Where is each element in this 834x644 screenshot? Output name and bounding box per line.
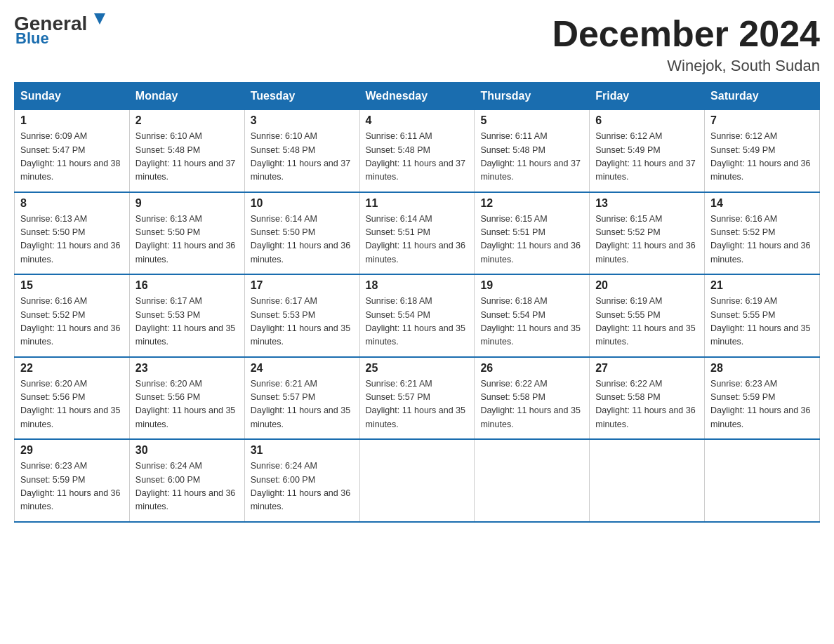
day-number: 31 — [251, 444, 354, 457]
day-info: Sunrise: 6:13 AM Sunset: 5:50 PM Dayligh… — [135, 213, 239, 267]
day-number: 4 — [366, 114, 469, 127]
calendar-table: Sunday Monday Tuesday Wednesday Thursday… — [14, 82, 820, 523]
table-row: 4 Sunrise: 6:11 AM Sunset: 5:48 PM Dayli… — [359, 110, 475, 192]
day-number: 10 — [251, 197, 354, 210]
table-row: 28 Sunrise: 6:23 AM Sunset: 5:59 PM Dayl… — [705, 357, 820, 440]
location: Winejok, South Sudan — [552, 57, 820, 75]
table-row: 10 Sunrise: 6:14 AM Sunset: 5:50 PM Dayl… — [244, 192, 359, 275]
table-row — [590, 439, 705, 522]
day-info: Sunrise: 6:16 AM Sunset: 5:52 PM Dayligh… — [710, 213, 814, 267]
logo-blue: Blue — [15, 29, 49, 47]
day-info: Sunrise: 6:10 AM Sunset: 5:48 PM Dayligh… — [135, 130, 239, 185]
day-number: 16 — [135, 279, 239, 292]
day-info: Sunrise: 6:10 AM Sunset: 5:48 PM Dayligh… — [251, 130, 354, 185]
month-title: December 2024 — [552, 14, 820, 54]
day-number: 28 — [710, 362, 814, 375]
col-monday: Monday — [129, 83, 244, 110]
table-row: 14 Sunrise: 6:16 AM Sunset: 5:52 PM Dayl… — [705, 192, 820, 275]
day-info: Sunrise: 6:21 AM Sunset: 5:57 PM Dayligh… — [366, 377, 469, 432]
table-row: 12 Sunrise: 6:15 AM Sunset: 5:51 PM Dayl… — [475, 192, 590, 275]
page-header: General Blue December 2024 Winejok, Sout… — [14, 14, 820, 75]
day-info: Sunrise: 6:19 AM Sunset: 5:55 PM Dayligh… — [595, 295, 699, 349]
col-saturday: Saturday — [705, 83, 820, 110]
table-row: 16 Sunrise: 6:17 AM Sunset: 5:53 PM Dayl… — [129, 274, 244, 357]
table-row: 9 Sunrise: 6:13 AM Sunset: 5:50 PM Dayli… — [129, 192, 244, 275]
day-info: Sunrise: 6:21 AM Sunset: 5:57 PM Dayligh… — [251, 377, 354, 432]
table-row: 27 Sunrise: 6:22 AM Sunset: 5:58 PM Dayl… — [590, 357, 705, 440]
day-number: 13 — [595, 197, 699, 210]
day-info: Sunrise: 6:20 AM Sunset: 5:56 PM Dayligh… — [135, 377, 239, 432]
day-number: 17 — [251, 279, 354, 292]
day-number: 2 — [135, 114, 239, 127]
day-info: Sunrise: 6:22 AM Sunset: 5:58 PM Dayligh… — [595, 377, 699, 432]
table-row: 6 Sunrise: 6:12 AM Sunset: 5:49 PM Dayli… — [590, 110, 705, 192]
day-info: Sunrise: 6:11 AM Sunset: 5:48 PM Dayligh… — [366, 130, 469, 185]
svg-marker-0 — [94, 13, 105, 25]
day-info: Sunrise: 6:09 AM Sunset: 5:47 PM Dayligh… — [20, 130, 124, 185]
day-info: Sunrise: 6:15 AM Sunset: 5:51 PM Dayligh… — [480, 213, 583, 267]
day-info: Sunrise: 6:13 AM Sunset: 5:50 PM Dayligh… — [20, 213, 124, 267]
day-number: 24 — [251, 362, 354, 375]
table-row — [705, 439, 820, 522]
day-number: 8 — [20, 197, 124, 210]
day-info: Sunrise: 6:19 AM Sunset: 5:55 PM Dayligh… — [710, 295, 814, 349]
day-number: 19 — [480, 279, 583, 292]
table-row: 3 Sunrise: 6:10 AM Sunset: 5:48 PM Dayli… — [244, 110, 359, 192]
table-row: 29 Sunrise: 6:23 AM Sunset: 5:59 PM Dayl… — [15, 439, 130, 522]
day-number: 14 — [710, 197, 814, 210]
title-area: December 2024 Winejok, South Sudan — [552, 14, 820, 75]
day-number: 1 — [20, 114, 124, 127]
day-number: 26 — [480, 362, 583, 375]
day-info: Sunrise: 6:20 AM Sunset: 5:56 PM Dayligh… — [20, 377, 124, 432]
day-number: 27 — [595, 362, 699, 375]
col-thursday: Thursday — [475, 83, 590, 110]
day-info: Sunrise: 6:17 AM Sunset: 5:53 PM Dayligh… — [251, 295, 354, 349]
day-info: Sunrise: 6:12 AM Sunset: 5:49 PM Dayligh… — [710, 130, 814, 185]
day-info: Sunrise: 6:18 AM Sunset: 5:54 PM Dayligh… — [480, 295, 583, 349]
table-row: 26 Sunrise: 6:22 AM Sunset: 5:58 PM Dayl… — [475, 357, 590, 440]
day-number: 21 — [710, 279, 814, 292]
day-number: 23 — [135, 362, 239, 375]
col-sunday: Sunday — [15, 83, 130, 110]
calendar-week-row: 29 Sunrise: 6:23 AM Sunset: 5:59 PM Dayl… — [15, 439, 820, 522]
table-row: 30 Sunrise: 6:24 AM Sunset: 6:00 PM Dayl… — [129, 439, 244, 522]
day-info: Sunrise: 6:17 AM Sunset: 5:53 PM Dayligh… — [135, 295, 239, 349]
table-row: 1 Sunrise: 6:09 AM Sunset: 5:47 PM Dayli… — [15, 110, 130, 192]
table-row: 17 Sunrise: 6:17 AM Sunset: 5:53 PM Dayl… — [244, 274, 359, 357]
table-row: 22 Sunrise: 6:20 AM Sunset: 5:56 PM Dayl… — [15, 357, 130, 440]
table-row: 13 Sunrise: 6:15 AM Sunset: 5:52 PM Dayl… — [590, 192, 705, 275]
table-row: 19 Sunrise: 6:18 AM Sunset: 5:54 PM Dayl… — [475, 274, 590, 357]
day-number: 18 — [366, 279, 469, 292]
table-row: 24 Sunrise: 6:21 AM Sunset: 5:57 PM Dayl… — [244, 357, 359, 440]
calendar-week-row: 15 Sunrise: 6:16 AM Sunset: 5:52 PM Dayl… — [15, 274, 820, 357]
table-row: 18 Sunrise: 6:18 AM Sunset: 5:54 PM Dayl… — [359, 274, 475, 357]
day-number: 7 — [710, 114, 814, 127]
day-number: 6 — [595, 114, 699, 127]
day-number: 11 — [366, 197, 469, 210]
day-info: Sunrise: 6:16 AM Sunset: 5:52 PM Dayligh… — [20, 295, 124, 349]
table-row: 15 Sunrise: 6:16 AM Sunset: 5:52 PM Dayl… — [15, 274, 130, 357]
day-number: 3 — [251, 114, 354, 127]
day-number: 22 — [20, 362, 124, 375]
col-tuesday: Tuesday — [244, 83, 359, 110]
table-row: 31 Sunrise: 6:24 AM Sunset: 6:00 PM Dayl… — [244, 439, 359, 522]
day-info: Sunrise: 6:11 AM Sunset: 5:48 PM Dayligh… — [480, 130, 583, 185]
day-number: 20 — [595, 279, 699, 292]
logo-arrow-icon — [90, 11, 110, 30]
table-row — [359, 439, 475, 522]
table-row: 7 Sunrise: 6:12 AM Sunset: 5:49 PM Dayli… — [705, 110, 820, 192]
day-number: 12 — [480, 197, 583, 210]
calendar-header-row: Sunday Monday Tuesday Wednesday Thursday… — [15, 83, 820, 110]
day-info: Sunrise: 6:18 AM Sunset: 5:54 PM Dayligh… — [366, 295, 469, 349]
calendar-week-row: 22 Sunrise: 6:20 AM Sunset: 5:56 PM Dayl… — [15, 357, 820, 440]
table-row: 20 Sunrise: 6:19 AM Sunset: 5:55 PM Dayl… — [590, 274, 705, 357]
day-info: Sunrise: 6:12 AM Sunset: 5:49 PM Dayligh… — [595, 130, 699, 185]
table-row: 5 Sunrise: 6:11 AM Sunset: 5:48 PM Dayli… — [475, 110, 590, 192]
day-number: 25 — [366, 362, 469, 375]
table-row: 23 Sunrise: 6:20 AM Sunset: 5:56 PM Dayl… — [129, 357, 244, 440]
table-row: 11 Sunrise: 6:14 AM Sunset: 5:51 PM Dayl… — [359, 192, 475, 275]
day-number: 15 — [20, 279, 124, 292]
table-row: 25 Sunrise: 6:21 AM Sunset: 5:57 PM Dayl… — [359, 357, 475, 440]
day-info: Sunrise: 6:14 AM Sunset: 5:50 PM Dayligh… — [251, 213, 354, 267]
calendar-week-row: 8 Sunrise: 6:13 AM Sunset: 5:50 PM Dayli… — [15, 192, 820, 275]
